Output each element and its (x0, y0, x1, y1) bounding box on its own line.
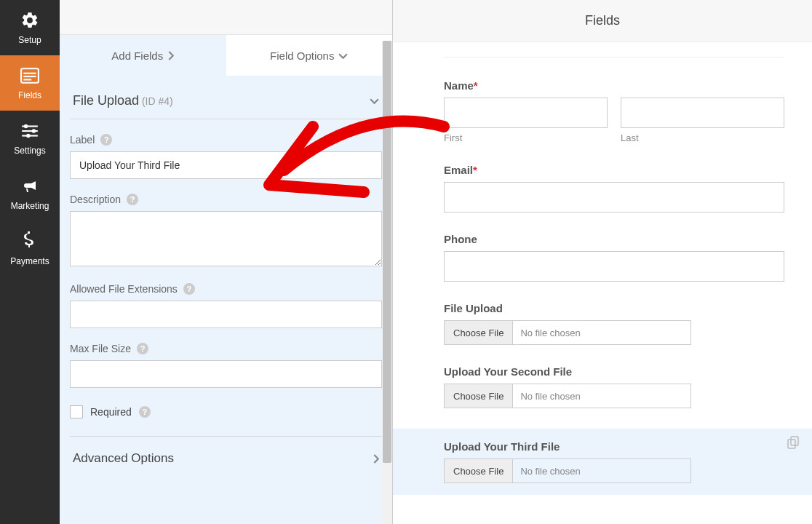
sublabel-first: First (444, 132, 608, 143)
preview-title: Fields (585, 13, 620, 28)
tab-label: Add Fields (111, 49, 163, 62)
sidebar-item-payments[interactable]: Payments (0, 221, 60, 277)
field-label-text: Phone (444, 233, 784, 245)
required-checkbox[interactable] (70, 405, 83, 418)
max-file-size-row: Max File Size ? (70, 343, 382, 388)
svg-point-9 (26, 134, 30, 138)
preview-field-third-file-selected[interactable]: Upload Your Third File Choose File No fi… (393, 429, 812, 495)
preview-field-second-file[interactable]: Upload Your Second File Choose File No f… (444, 365, 784, 408)
label-row: Label ? (70, 134, 382, 179)
main-sidebar: Setup Fields Settings Marketing Payments (0, 0, 60, 524)
field-label-text: Email (444, 164, 473, 176)
preview-body[interactable]: Name* First Last Email* (393, 42, 812, 524)
field-label-text: Upload Your Second File (444, 365, 784, 378)
form-preview-panel: Fields Name* First Last (393, 0, 812, 524)
file-input-3[interactable]: Choose File No file chosen (444, 458, 691, 483)
preview-field-email[interactable]: Email* (444, 164, 784, 213)
allowed-extensions-input[interactable] (70, 301, 382, 328)
gear-icon (20, 10, 40, 31)
chevron-right-icon (167, 51, 174, 60)
sidebar-item-settings[interactable]: Settings (0, 111, 60, 166)
phone-input[interactable] (444, 251, 784, 282)
required-asterisk: * (474, 79, 478, 92)
panel-header-bar (60, 0, 392, 35)
sidebar-item-marketing[interactable]: Marketing (0, 166, 60, 221)
svg-rect-10 (791, 437, 798, 445)
chevron-down-icon (370, 98, 379, 104)
preview-header: Fields (393, 0, 812, 42)
max-file-size-input[interactable] (70, 360, 382, 388)
options-scroll-area[interactable]: File Upload (ID #4) Label ? Description … (60, 76, 392, 524)
section-id: (ID #4) (142, 95, 173, 107)
required-row: Required ? (70, 405, 382, 418)
svg-point-5 (24, 124, 28, 128)
email-input[interactable] (444, 182, 784, 213)
scrollbar-thumb[interactable] (383, 41, 391, 463)
sidebar-item-fields[interactable]: Fields (0, 55, 60, 111)
section-title: File Upload (73, 93, 139, 108)
label-input[interactable] (70, 151, 382, 179)
field-options-panel: Add Fields Field Options File Upload (ID… (60, 0, 393, 524)
help-icon[interactable]: ? (139, 406, 151, 418)
field-label-text: File Upload (444, 302, 784, 314)
choose-file-button[interactable]: Choose File (445, 384, 513, 408)
sidebar-label: Settings (14, 146, 45, 156)
bullhorn-icon (20, 176, 40, 196)
help-icon[interactable]: ? (127, 194, 138, 205)
advanced-label: Advanced Options (73, 451, 174, 466)
preview-field-phone[interactable]: Phone (444, 233, 784, 282)
sidebar-item-setup[interactable]: Setup (0, 0, 60, 55)
file-input-2[interactable]: Choose File No file chosen (444, 384, 691, 408)
description-input[interactable] (70, 211, 382, 266)
sidebar-label: Setup (18, 35, 41, 45)
field-label-text: Upload Your Third File (444, 440, 784, 453)
advanced-options-toggle[interactable]: Advanced Options (70, 436, 382, 480)
allowed-extensions-row: Allowed File Extensions ? (70, 283, 382, 328)
choose-file-button[interactable]: Choose File (445, 459, 513, 483)
dollar-icon (20, 231, 40, 252)
sublabel-last: Last (621, 132, 784, 143)
scrollbar-track[interactable] (382, 41, 392, 524)
first-name-input[interactable] (444, 98, 608, 128)
sliders-icon (20, 121, 40, 141)
label-text: Label (70, 134, 95, 146)
divider (444, 57, 784, 57)
description-row: Description ? (70, 194, 382, 269)
file-status-text: No file chosen (513, 391, 587, 402)
sidebar-label: Fields (18, 90, 41, 100)
chevron-down-icon (338, 52, 348, 59)
svg-rect-11 (788, 440, 795, 448)
help-icon[interactable]: ? (100, 134, 112, 146)
tab-add-fields[interactable]: Add Fields (60, 35, 226, 76)
help-icon[interactable]: ? (183, 283, 195, 295)
tab-label: Field Options (270, 49, 334, 62)
file-input-1[interactable]: Choose File No file chosen (444, 320, 691, 345)
svg-point-7 (32, 129, 36, 132)
preview-field-name[interactable]: Name* First Last (444, 79, 784, 143)
required-asterisk: * (473, 164, 477, 176)
label-text: Allowed File Extensions (70, 283, 178, 295)
choose-file-button[interactable]: Choose File (445, 321, 513, 344)
duplicate-icon[interactable] (787, 436, 800, 449)
label-text: Description (70, 194, 121, 205)
section-header[interactable]: File Upload (ID #4) (70, 76, 382, 119)
tab-field-options[interactable]: Field Options (226, 35, 393, 76)
label-text: Max File Size (70, 343, 131, 354)
file-status-text: No file chosen (513, 466, 587, 477)
panel-tabs: Add Fields Field Options (60, 35, 392, 76)
form-icon (20, 66, 40, 86)
sidebar-label: Payments (10, 256, 49, 266)
sidebar-label: Marketing (11, 201, 49, 211)
required-label: Required (90, 406, 132, 418)
preview-field-file-upload[interactable]: File Upload Choose File No file chosen (444, 302, 784, 345)
file-status-text: No file chosen (513, 328, 587, 338)
chevron-right-icon (373, 454, 379, 464)
last-name-input[interactable] (621, 98, 784, 128)
help-icon[interactable]: ? (137, 343, 148, 354)
field-label-text: Name (444, 79, 474, 92)
